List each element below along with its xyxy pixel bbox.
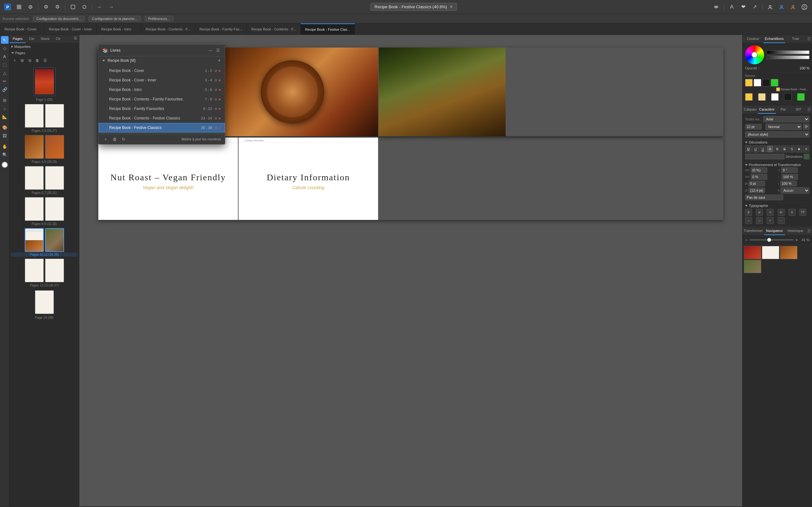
doc-title-close-icon[interactable]: ✕	[450, 4, 453, 9]
tool-node[interactable]: ◇	[1, 44, 9, 52]
book-item-cover[interactable]: Recipe Book - Cover 1 - 2 ⊘ ■	[99, 66, 225, 75]
typo-sup2-btn[interactable]: S²	[778, 209, 785, 216]
underline-wave-btn[interactable]: U	[752, 146, 759, 153]
page-thumb-14[interactable]	[35, 290, 54, 314]
clear-btn[interactable]: ✕	[803, 146, 809, 153]
zoom-slider[interactable]	[750, 239, 794, 240]
circle-icon[interactable]	[79, 2, 90, 12]
tab-couleur[interactable]: Couleur	[743, 35, 763, 43]
tool-link[interactable]: 🔗	[1, 86, 9, 93]
page-thumb-11[interactable]	[45, 228, 64, 252]
tool-crop[interactable]: ⊞	[1, 96, 9, 104]
color-wheel[interactable]	[745, 45, 764, 64]
tool-pointer[interactable]: ↖	[1, 36, 9, 44]
font-family-select[interactable]: Arial	[763, 116, 809, 122]
page-thumb-1[interactable]	[33, 67, 55, 96]
recent-swatch-3[interactable]	[771, 79, 778, 87]
pos-size-input[interactable]	[749, 187, 765, 193]
tab-echantillons[interactable]: Échantillons	[763, 35, 785, 43]
view-icon[interactable]	[711, 2, 721, 12]
style-select[interactable]: [Aucun style]	[745, 131, 809, 137]
tab-calques[interactable]: Calques	[743, 106, 758, 114]
arr-icon[interactable]: ↗	[750, 2, 760, 12]
tab-cover-inner[interactable]: Recipe Book - Cover - Inner	[44, 23, 97, 35]
preferences-btn[interactable]: Préférences...	[145, 16, 173, 21]
recent-swatch-0[interactable]	[745, 79, 753, 87]
nav-thumb-1[interactable]	[744, 246, 761, 259]
strikethrough-1-btn[interactable]: S	[774, 146, 780, 153]
deco-green-icon[interactable]	[804, 154, 809, 159]
book-panel-menu-icon[interactable]: ☰	[215, 47, 221, 54]
text-icon[interactable]: A	[727, 2, 737, 12]
tool-zoom-glass[interactable]: 🔍	[1, 151, 9, 158]
panel-tab-stock[interactable]: Stock	[38, 35, 53, 43]
profile-icon[interactable]	[799, 2, 809, 12]
user-icon-2[interactable]	[776, 2, 786, 12]
tool-hand[interactable]: ✋	[1, 143, 9, 150]
tab-contents-f2[interactable]: Recipe Book - Contents - F...	[247, 23, 301, 35]
panel-tab-pages[interactable]: Pages	[9, 35, 26, 43]
font-style-select[interactable]: Normal	[765, 124, 802, 130]
page-thumb-10[interactable]	[25, 228, 44, 252]
add-page-icon[interactable]: +	[11, 57, 18, 64]
tool-2-icon[interactable]	[26, 2, 36, 12]
typo-box-btn[interactable]: □	[756, 217, 763, 224]
book-delete-btn[interactable]: 🗑	[111, 136, 118, 142]
color-picker-swatch[interactable]	[2, 162, 8, 168]
book-item-festive-classics[interactable]: Recipe Book - Festive Classics 25 - 38 ⊘…	[99, 123, 225, 132]
alpha-bar[interactable]	[767, 55, 809, 59]
config-doc-btn[interactable]: Configuration du document...	[33, 16, 85, 21]
swatch-green[interactable]	[797, 93, 805, 101]
book-item-cover-inner[interactable]: Recipe Book - Cover - Inner 3 - 4 ⊘ ■	[99, 75, 225, 85]
typo-tt-btn[interactable]: TT	[799, 209, 806, 216]
book-panel-minimize-icon[interactable]: —	[207, 47, 213, 54]
arr-right-icon[interactable]: →	[106, 2, 116, 12]
typo-frac-btn[interactable]: ½	[767, 209, 774, 216]
tool-1-icon[interactable]	[14, 2, 24, 12]
book-section-header[interactable]: Recipe Book [M] ▼	[99, 56, 225, 65]
page-thumb-4[interactable]	[25, 135, 44, 159]
tab-navigateur[interactable]: Navigateur	[764, 227, 785, 235]
pos-va2-input[interactable]	[751, 174, 767, 180]
typo-ss-btn[interactable]: S	[789, 209, 796, 216]
tab-trait[interactable]: Trait	[785, 35, 806, 43]
tool-pen[interactable]: ✏	[1, 77, 9, 85]
nav-thumb-2[interactable]	[762, 246, 779, 259]
tool-frame[interactable]: ⬚	[1, 61, 9, 68]
heart-icon[interactable]: ❤	[738, 2, 748, 12]
lightness-bar[interactable]	[767, 50, 809, 54]
pos-scale-v-input[interactable]	[780, 181, 797, 186]
duplicate-page-icon[interactable]: ⧉	[27, 57, 33, 64]
add-spread-icon[interactable]: ⊞	[19, 57, 26, 64]
tab-intro[interactable]: Recipe Book - Intro	[97, 23, 141, 35]
typo-dots-btn[interactable]: ···	[778, 217, 785, 224]
typo-o-btn[interactable]: ○	[745, 217, 752, 224]
book-item-family-fav[interactable]: Recipe Book - Family Favourites 9 - 22 ⊘…	[99, 104, 225, 113]
panel-menu-right-icon[interactable]: ☰	[806, 35, 812, 43]
config-icon[interactable]: ⚙	[52, 2, 62, 12]
book-update-label[interactable]: Mettre à jour les numéros	[129, 137, 221, 141]
page-thumb-5[interactable]	[45, 135, 64, 159]
tab-transformer[interactable]: Transformer	[743, 227, 764, 235]
strikethrough-3-btn[interactable]: S̵	[789, 146, 795, 153]
tool-color-fill[interactable]: 🎨	[1, 124, 9, 131]
book-add-btn[interactable]: +	[102, 136, 109, 142]
pages-section-header[interactable]: Pages	[9, 50, 79, 56]
tab-contents-f1[interactable]: Recipe Book - Contents - F...	[141, 23, 195, 35]
user-icon-3[interactable]	[788, 2, 798, 12]
tab-cover[interactable]: Recipe Book - Cover	[0, 23, 44, 35]
panel-menu-btn[interactable]: ☰	[72, 35, 79, 43]
tool-image[interactable]: 🖼	[1, 132, 9, 139]
cursor-icon[interactable]	[68, 2, 78, 12]
book-item-intro[interactable]: Recipe Book - Intro 5 - 6 ⊘ ■	[99, 85, 225, 95]
tool-zoom[interactable]: ⌕	[1, 105, 9, 112]
tab-par[interactable]: Par	[776, 106, 791, 114]
arr-left-icon[interactable]: ←	[95, 2, 105, 12]
tab-caractere[interactable]: Caractère	[758, 106, 775, 114]
tab-family-fav[interactable]: Recipe Book - Family Fav...	[195, 23, 247, 35]
recent-swatch-1[interactable]	[754, 79, 761, 87]
nav-thumb-3[interactable]	[780, 246, 798, 259]
tool-shape[interactable]: △	[1, 69, 9, 77]
strikethrough-2-btn[interactable]: S	[781, 146, 788, 153]
page-settings-icon[interactable]: ☰	[42, 57, 48, 64]
